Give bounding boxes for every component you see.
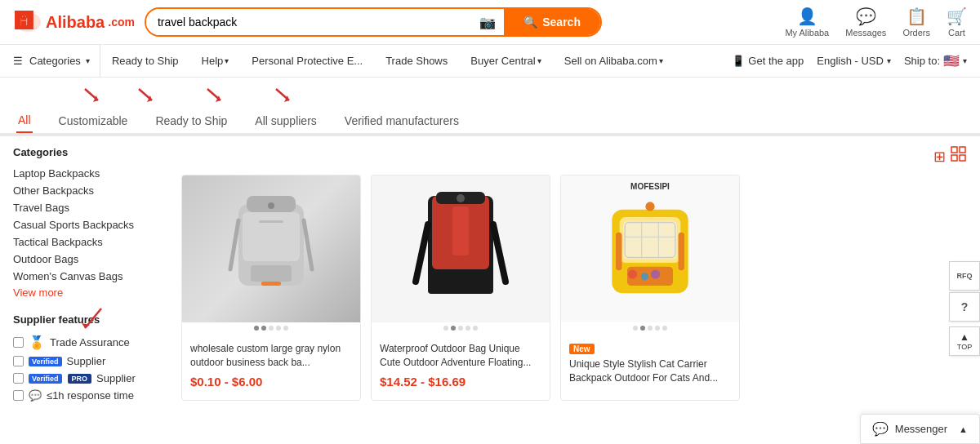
rfq-side-panel: RFQ ? ▲ TOP: [949, 261, 980, 356]
supplier-features-section: Supplier features 🏅 Trade Assurance Veri…: [13, 313, 168, 404]
product-1-dots: [182, 322, 360, 334]
tab-all-suppliers[interactable]: All suppliers: [253, 108, 318, 132]
categories-list: Laptop Backpacks Other Backpacks Travel …: [13, 165, 168, 285]
cart-icon: 🛒: [947, 7, 967, 26]
sidebar-item-travel[interactable]: Travel Bags: [13, 199, 168, 216]
nav-personal-protective[interactable]: Personal Protective E...: [240, 45, 374, 78]
search-bar: 📷 🔍 Search: [145, 7, 602, 37]
my-alibaba-action[interactable]: 👤 My Alibaba: [785, 7, 829, 38]
tab-verified-manufacturers-label: Verified manufacturers: [345, 114, 459, 127]
arrow-supplier-features: [78, 305, 108, 337]
verified-supplier-checkbox[interactable]: [13, 356, 24, 366]
grid-compact-view-icon[interactable]: [951, 146, 967, 166]
filter-tabs: All Customizable Ready to Ship All suppl…: [0, 107, 980, 135]
dot: [473, 326, 478, 331]
svg-text:🅰: 🅰: [15, 11, 33, 31]
top-button[interactable]: ▲ TOP: [949, 326, 980, 356]
product-card-3[interactable]: MOFESIPI: [560, 175, 740, 401]
dot: [443, 326, 448, 331]
alibaba-logo-icon: 🅰: [13, 11, 42, 33]
svg-rect-14: [951, 155, 957, 161]
search-button[interactable]: 🔍 Search: [504, 9, 600, 35]
product-card-1[interactable]: wholesale custom large gray nylon outdoo…: [181, 175, 361, 401]
svg-rect-21: [259, 220, 283, 223]
messenger-expand-icon: ▲: [959, 424, 968, 429]
feature-verified-pro-supplier[interactable]: Verified PRO Supplier: [13, 370, 168, 387]
nav-sell-on-alibaba[interactable]: Sell on Alibaba.com ▾: [553, 45, 675, 78]
sidebar-item-casual[interactable]: Casual Sports Backpacks: [13, 216, 168, 233]
product-1-price: $0.10 - $6.00: [190, 375, 352, 388]
svg-point-46: [651, 269, 660, 278]
nav-items: Ready to Ship Help ▾ Personal Protective…: [100, 45, 732, 78]
verified-supplier-label: Supplier: [67, 355, 106, 367]
svg-rect-30: [452, 206, 469, 255]
tab-verified-manufacturers[interactable]: Verified manufacturers: [343, 108, 461, 132]
tab-ready-to-ship-label: Ready to Ship: [155, 114, 227, 127]
orders-action[interactable]: 📋 Orders: [902, 7, 930, 38]
tab-ready-to-ship[interactable]: Ready to Ship: [154, 108, 229, 132]
nav-ready-to-ship[interactable]: Ready to Ship: [100, 45, 190, 78]
nav-trade-shows[interactable]: Trade Shows: [374, 45, 459, 78]
fast-response-checkbox[interactable]: [13, 390, 24, 401]
messages-action[interactable]: 💬 Messages: [845, 7, 886, 38]
svg-rect-15: [960, 155, 965, 161]
view-more-link[interactable]: View more: [13, 285, 63, 299]
help-button[interactable]: ?: [949, 292, 980, 322]
search-input[interactable]: [146, 9, 471, 35]
sidebar-item-outdoor[interactable]: Outdoor Bags: [13, 251, 168, 268]
svg-rect-13: [960, 147, 965, 153]
logo[interactable]: 🅰 Alibaba .com: [13, 11, 135, 33]
verified-pro-checkbox[interactable]: [13, 373, 24, 384]
new-badge: New: [569, 344, 595, 354]
tab-all[interactable]: All: [16, 107, 33, 133]
arrow-ready-to-ship: [134, 84, 157, 107]
categories-nav[interactable]: ☰ Categories ▾: [13, 45, 100, 77]
grid-4-view-icon[interactable]: ⊞: [933, 148, 946, 166]
svg-point-45: [641, 273, 648, 280]
sidebar: Categories Laptop Backpacks Other Backpa…: [13, 146, 168, 419]
pro-badge: PRO: [68, 374, 92, 384]
dot: [466, 326, 470, 331]
product-card-2[interactable]: Waterproof Outdoor Bag Unique Cute Outdo…: [371, 175, 550, 401]
arrows-row: [0, 78, 980, 107]
sidebar-item-tactical[interactable]: Tactical Backpacks: [13, 233, 168, 251]
nav-sell-chevron: ▾: [659, 56, 663, 65]
compact-grid-svg: [951, 146, 967, 162]
sidebar-item-womens[interactable]: Women's Canvas Bags: [13, 268, 168, 285]
tab-customizable[interactable]: Customizable: [57, 108, 130, 132]
product-2-title: Waterproof Outdoor Bag Unique Cute Outdo…: [380, 342, 541, 370]
get-app-nav[interactable]: 📱 Get the app: [732, 55, 804, 67]
language-selector[interactable]: English - USD ▾: [817, 55, 891, 67]
nav-ready-to-ship-label: Ready to Ship: [112, 55, 179, 67]
sidebar-item-other[interactable]: Other Backpacks: [13, 182, 168, 199]
header: 🅰 Alibaba .com 📷 🔍 Search 👤 My Alibaba 💬…: [0, 0, 980, 45]
dot: [648, 326, 653, 331]
dot: [458, 326, 463, 331]
rfq-button[interactable]: RFQ: [949, 261, 980, 291]
orders-label: Orders: [902, 28, 930, 38]
feature-fast-response[interactable]: 💬 ≤1h response time: [13, 387, 168, 404]
menu-icon: ☰: [13, 55, 23, 67]
dot: [640, 326, 645, 331]
get-app-label: Get the app: [748, 55, 804, 67]
nav-buyer-central-label: Buyer Central: [470, 55, 535, 67]
message-icon: 💬: [856, 7, 876, 26]
messenger-bar[interactable]: 💬 Messenger ▲: [860, 414, 980, 428]
ship-to-selector[interactable]: Ship to: 🇺🇸 ▾: [904, 53, 967, 69]
orders-icon: 📋: [906, 7, 927, 26]
camera-icon[interactable]: 📷: [471, 15, 504, 30]
nav-buyer-central[interactable]: Buyer Central ▾: [459, 45, 552, 78]
dot: [451, 326, 456, 331]
cart-action[interactable]: 🛒 Cart: [947, 7, 967, 38]
categories-chevron: ▾: [86, 56, 90, 65]
trade-assurance-checkbox[interactable]: [13, 337, 24, 348]
cart-label: Cart: [948, 28, 965, 38]
yellow-backpack-svg: [597, 194, 703, 309]
sidebar-item-laptop[interactable]: Laptop Backpacks: [13, 165, 168, 182]
svg-point-29: [457, 194, 465, 202]
nav-help[interactable]: Help ▾: [190, 45, 241, 78]
up-arrow-icon: ▲: [960, 331, 969, 343]
categories-section-title: Categories: [13, 146, 168, 158]
verified-badge: Verified: [29, 357, 62, 366]
feature-verified-supplier[interactable]: Verified Supplier: [13, 353, 168, 370]
